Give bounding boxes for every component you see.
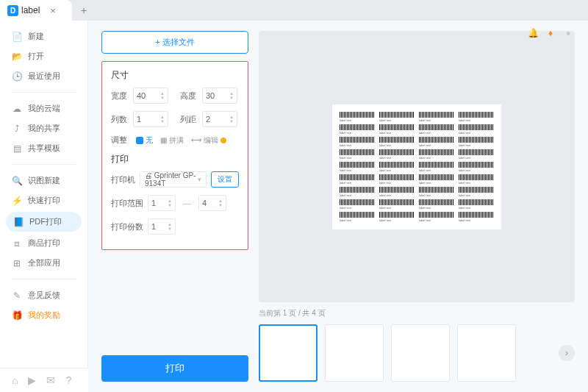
range-label: 打印范围 [111,198,143,209]
settings-panel: 尺寸 宽度 40▲▼ 高度 30▲▼ 列数 1▲▼ 列距 2▲▼ 调整 无 ▦拼… [101,61,248,250]
sidebar-item-quick-print[interactable]: ⚡快速打印 [0,190,87,210]
chevron-down-icon: ▾ [198,176,201,183]
spinner-arrows-icon[interactable]: ▲▼ [229,91,234,100]
gift-icon: 🎁 [12,310,22,321]
help-icon[interactable]: ? [65,374,71,386]
printer-label: 打印机 [111,174,135,185]
size-section-title: 尺寸 [111,69,239,82]
close-icon[interactable]: × [50,5,56,16]
cloud-icon: ☁ [12,104,22,114]
width-label: 宽度 [111,90,129,101]
hint-badge-icon [220,138,226,143]
crown-icon[interactable]: ♦ [545,28,556,38]
adjust-edit-option[interactable]: ⟷编辑 [191,135,226,146]
bottom-bar: ⌂ ▶ ✉ ? [0,368,88,392]
app-name: label [21,5,40,15]
chevron-right-icon: › [565,348,568,358]
next-page-button[interactable]: › [559,345,575,361]
spinner-arrows-icon[interactable]: ▲▼ [160,91,165,100]
bell-icon[interactable]: 🔔 [528,28,538,38]
sidebar-item-feedback[interactable]: ✎意见反馈 [0,285,87,305]
copies-label: 打印份数 [111,221,143,232]
sidebar-item-product-print[interactable]: ⧈商品打印 [0,233,87,253]
folder-open-icon: 📂 [12,51,22,62]
print-section-title: 打印 [111,153,239,165]
adjust-label: 调整 [111,135,129,146]
spinner-arrows-icon[interactable]: ▲▼ [160,115,165,124]
spinner-arrows-icon[interactable]: ▲▼ [218,199,223,207]
gap-label: 列距 [180,114,198,125]
sidebar-item-rewards[interactable]: 🎁我的奖励 [0,305,87,325]
thumbnail-1[interactable] [259,324,318,382]
sidebar-item-cloud[interactable]: ☁我的云端 [0,99,87,118]
sidebar-item-recent[interactable]: 🕒最近使用 [0,66,87,86]
range-to-input[interactable]: 4▲▼ [198,195,226,211]
sidebar-item-share[interactable]: ⤴我的共享 [0,118,87,138]
content-area: 🔔 ♦ ● + 选择文件 尺寸 宽度 40▲▼ 高度 30▲▼ 列数 1▲▼ 列… [88,21,588,392]
thumbnail-3[interactable] [391,324,450,382]
cols-input[interactable]: 1▲▼ [133,111,168,127]
print-button[interactable]: 打印 [101,355,248,382]
file-new-icon: 📄 [12,32,22,42]
tab-add-button[interactable]: + [72,0,96,21]
fill-icon: ▦ [160,136,167,144]
mail-icon[interactable]: ✉ [46,374,55,386]
sidebar-item-new[interactable]: 📄新建 [0,26,87,46]
sidebar-item-scan-new[interactable]: 🔍识图新建 [0,171,87,190]
edit-icon: ⟷ [191,136,201,144]
width-input[interactable]: 40▲▼ [133,88,168,104]
barcode-icon: ⧈ [12,238,22,249]
checkbox-on-icon [136,137,143,144]
cols-label: 列数 [111,114,129,125]
tab-bar: D label × + [0,0,588,21]
spinner-arrows-icon[interactable]: ▲▼ [168,199,172,207]
spinner-arrows-icon[interactable]: ▲▼ [168,222,172,231]
video-icon[interactable]: ▶ [28,374,36,386]
print-preview: label textlabel textlabel textlabel text… [259,31,575,302]
adjust-none-option[interactable]: 无 [136,135,153,146]
grid-icon: ⊞ [12,258,22,268]
pdf-icon: 📘 [13,217,24,227]
home-icon[interactable]: ⌂ [12,374,18,386]
range-dash: — [180,199,194,207]
range-from-input[interactable]: 1▲▼ [148,195,176,211]
sidebar-item-open[interactable]: 📂打开 [0,46,87,66]
spinner-arrows-icon[interactable]: ▲▼ [229,115,234,124]
scan-icon: 🔍 [12,176,22,186]
sidebar: 📄新建 📂打开 🕒最近使用 ☁我的云端 ⤴我的共享 ▤共享模板 🔍识图新建 ⚡快… [0,21,88,392]
sidebar-item-templates[interactable]: ▤共享模板 [0,138,87,158]
template-icon: ▤ [12,143,22,154]
feedback-icon: ✎ [12,291,22,301]
share-icon: ⤴ [12,124,22,134]
preview-page: label textlabel textlabel textlabel text… [332,104,501,229]
height-label: 高度 [180,90,198,101]
user-avatar-icon[interactable]: ● [563,28,573,38]
printer-icon: 🖨 [145,171,152,179]
adjust-fill-option[interactable]: ▦拼满 [160,135,184,146]
thumbnail-4[interactable] [457,324,516,382]
copies-input[interactable]: 1▲▼ [148,218,176,235]
left-panel: + 选择文件 尺寸 宽度 40▲▼ 高度 30▲▼ 列数 1▲▼ 列距 2▲▼ … [101,31,248,382]
select-file-button[interactable]: + 选择文件 [101,31,248,54]
sidebar-item-all-apps[interactable]: ⊞全部应用 [0,253,87,273]
tab-home[interactable]: D label × [0,0,72,21]
page-thumbnails: › [259,324,575,382]
lightning-icon: ⚡ [12,196,22,206]
app-logo-icon: D [7,5,18,16]
printer-select[interactable]: 🖨 Gprinter GP-9134T▾ [140,171,207,188]
thumbnail-2[interactable] [325,324,384,382]
printer-settings-button[interactable]: 设置 [211,171,239,188]
gap-input[interactable]: 2▲▼ [202,111,237,127]
sidebar-item-pdf-print[interactable]: 📘PDF打印 [6,212,82,232]
height-input[interactable]: 30▲▼ [202,88,237,104]
clock-icon: 🕒 [12,71,22,82]
pager-text: 当前第 1 页 / 共 4 页 [259,308,575,318]
header-icons: 🔔 ♦ ● [528,28,573,38]
right-panel: label textlabel textlabel textlabel text… [259,31,575,382]
